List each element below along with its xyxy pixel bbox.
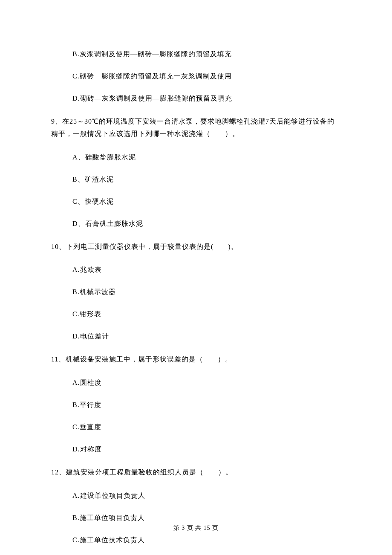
q9-option-a: A、硅酸盐膨胀水泥 [72, 152, 341, 162]
option-c: C.砌砖—膨胀缝隙的预留及填充一灰浆调制及使用 [72, 71, 341, 81]
q11-option-d: D.对称度 [72, 444, 341, 454]
question-10: 10、下列电工测量仪器仪表中，属于较量仪表的是( )。 [51, 241, 341, 253]
orphan-options: B.灰浆调制及使用—砌砖—膨胀缝隙的预留及填充 C.砌砖—膨胀缝隙的预留及填充一… [51, 49, 341, 104]
q12-option-a: A.建设单位项目负责人 [72, 491, 341, 501]
option-b: B.灰浆调制及使用—砌砖—膨胀缝隙的预留及填充 [72, 49, 341, 59]
question-11: 11、机械设备安装施工中，属于形状误差的是（ ）。 [51, 353, 341, 366]
q11-option-b: B.平行度 [72, 400, 341, 410]
question-9: 9、在25～30℃的环境温度下安装一台清水泵，要求地脚螺栓孔浇灌7天后能够进行设… [51, 116, 341, 140]
question-11-options: A.圆柱度 B.平行度 C.垂直度 D.对称度 [51, 378, 341, 454]
q12-option-b: B.施工单位项目负责人 [72, 513, 341, 523]
q11-option-c: C.垂直度 [72, 422, 341, 432]
q10-option-b: B.机械示波器 [72, 287, 341, 297]
q12-option-c: C.施工单位技术负责人 [72, 535, 341, 545]
q10-option-a: A.兆欧表 [72, 265, 341, 275]
q9-option-c: C、快硬水泥 [72, 197, 341, 207]
question-10-options: A.兆欧表 B.机械示波器 C.钳形表 D.电位差计 [51, 265, 341, 341]
q10-option-c: C.钳形表 [72, 309, 341, 319]
q9-option-d: D、石膏矾土膨胀水泥 [72, 219, 341, 229]
option-d: D.砌砖—灰浆调制及使用—膨胀缝隙的预留及填充 [72, 93, 341, 104]
q9-option-b: B、矿渣水泥 [72, 174, 341, 185]
question-12: 12、建筑安装分项工程质量验收的组织人员是（ ）。 [51, 466, 341, 479]
q11-option-a: A.圆柱度 [72, 378, 341, 388]
question-9-options: A、硅酸盐膨胀水泥 B、矿渣水泥 C、快硬水泥 D、石膏矾土膨胀水泥 [51, 152, 341, 229]
page-footer: 第 3 页 共 15 页 [0, 523, 392, 532]
question-12-options: A.建设单位项目负责人 B.施工单位项目负责人 C.施工单位技术负责人 D.监理… [51, 491, 341, 555]
q10-option-d: D.电位差计 [72, 331, 341, 341]
